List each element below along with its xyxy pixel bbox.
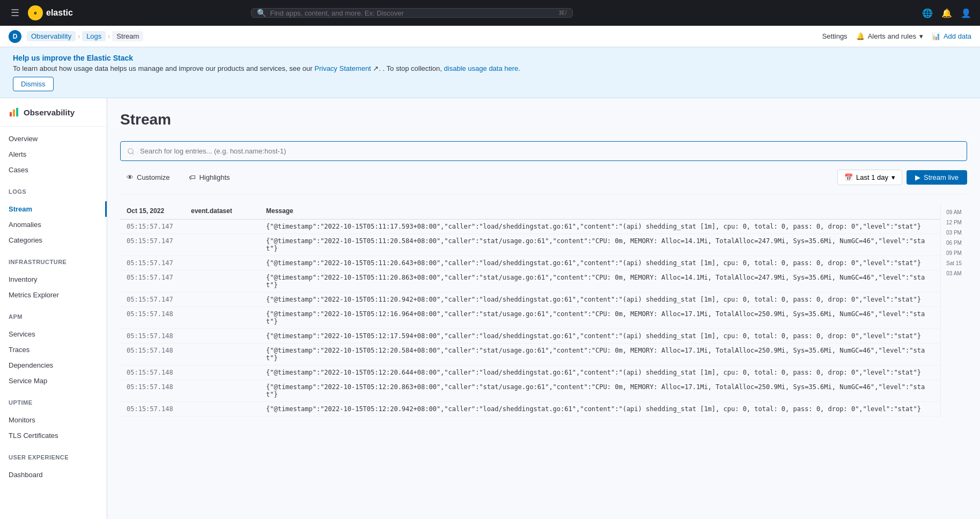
table-row[interactable]: 05:15:57.147 {"@timestamp":"2022-10-15T0…	[120, 271, 940, 293]
sidebar-user-experience-nav: Dashboard	[0, 463, 107, 487]
main-scroll-area: Stream 👁 Customize 🏷 Highlights 📅	[107, 98, 980, 519]
search-icon: 🔍	[257, 9, 266, 17]
table-row[interactable]: 05:15:57.147 {"@timestamp":"2022-10-15T0…	[120, 234, 940, 256]
table-row[interactable]: 05:15:57.147 {"@timestamp":"2022-10-15T0…	[120, 256, 940, 271]
bell-icon-button[interactable]: 🔔	[941, 8, 952, 18]
hamburger-menu-button[interactable]: ☰	[9, 5, 21, 21]
sidebar-section-uptime: Uptime	[0, 393, 107, 408]
global-search-bar[interactable]: 🔍 ⌘/	[251, 8, 573, 18]
eye-icon: 👁	[127, 173, 134, 181]
timeline-sidebar: 09 AM12 PM03 PM06 PM09 PMSat 1503 AM	[940, 203, 967, 416]
timeline-label: 03 AM	[946, 271, 961, 276]
tag-icon: 🏷	[189, 173, 196, 181]
sidebar-item-anomalies[interactable]: Anomalies	[0, 217, 107, 232]
log-toolbar: 👁 Customize 🏷 Highlights 📅 Last 1 day ▾ …	[120, 170, 967, 194]
sidebar-item-tls-certificates[interactable]: TLS Certificates	[0, 428, 107, 443]
settings-link[interactable]: Settings	[822, 32, 848, 40]
log-dataset-cell	[185, 256, 260, 271]
table-row[interactable]: 05:15:57.147 {"@timestamp":"2022-10-15T0…	[120, 220, 940, 234]
banner-title: Help us improve the Elastic Stack	[13, 54, 967, 62]
col-header-time: Oct 15, 2022	[120, 203, 185, 220]
sidebar-brand-name: Observability	[24, 108, 75, 117]
globe-icon-button[interactable]: 🌐	[922, 8, 933, 18]
customize-button[interactable]: 👁 Customize	[120, 170, 176, 185]
log-dataset-cell	[185, 402, 260, 416]
add-data-button[interactable]: 📊 Add data	[932, 32, 971, 40]
log-message-cell: {"@timestamp":"2022-10-15T05:11:20.584+0…	[260, 234, 940, 256]
sidebar-apm-nav: Services Traces Dependencies Service Map	[0, 322, 107, 393]
sidebar-item-cases[interactable]: Cases	[0, 162, 107, 178]
log-message-cell: {"@timestamp":"2022-10-15T05:12:20.942+0…	[260, 402, 940, 416]
sidebar-item-service-map[interactable]: Service Map	[0, 373, 107, 389]
sidebar-section-infrastructure: Infrastructure	[0, 252, 107, 267]
table-row[interactable]: 05:15:57.148 {"@timestamp":"2022-10-15T0…	[120, 380, 940, 402]
sidebar-item-traces[interactable]: Traces	[0, 342, 107, 357]
log-message-cell: {"@timestamp":"2022-10-15T05:11:20.643+0…	[260, 256, 940, 271]
sidebar-section-user-experience: User Experience	[0, 448, 107, 463]
log-time-cell: 05:15:57.148	[120, 380, 185, 402]
user-icon-button[interactable]: 👤	[961, 8, 971, 18]
sidebar-item-dependencies[interactable]: Dependencies	[0, 357, 107, 373]
app-layout: Observability Overview Alerts Cases Logs…	[0, 98, 980, 519]
breadcrumb-link-observability[interactable]: Observability	[27, 31, 76, 41]
breadcrumb-item-stream: Stream	[112, 31, 143, 41]
disable-usage-link[interactable]: disable usage data here	[444, 64, 519, 72]
alerts-rules-button[interactable]: 🔔 Alerts and rules ▾	[856, 32, 923, 40]
sidebar: Observability Overview Alerts Cases Logs…	[0, 98, 107, 519]
table-row[interactable]: 05:15:57.148 {"@timestamp":"2022-10-15T0…	[120, 307, 940, 329]
sidebar-item-inventory[interactable]: Inventory	[0, 272, 107, 287]
sidebar-item-dashboard[interactable]: Dashboard	[0, 467, 107, 483]
calendar-icon: 📅	[844, 173, 853, 181]
log-time-cell: 05:15:57.147	[120, 220, 185, 234]
bell-small-icon: 🔔	[856, 32, 865, 40]
sidebar-item-stream[interactable]: Stream	[0, 201, 107, 217]
dismiss-button[interactable]: Dismiss	[13, 77, 54, 91]
log-dataset-cell	[185, 220, 260, 234]
elastic-logo-text: elastic	[46, 8, 73, 18]
timeline-label: 03 PM	[946, 230, 962, 236]
top-navigation: ☰ e elastic 🔍 ⌘/ 🌐 🔔 👤	[0, 0, 980, 26]
nav-right-icons: 🌐 🔔 👤	[922, 8, 971, 18]
table-row[interactable]: 05:15:57.148 {"@timestamp":"2022-10-15T0…	[120, 402, 940, 416]
log-time-cell: 05:15:57.148	[120, 329, 185, 343]
sidebar-logs-nav: Stream Anomalies Categories	[0, 197, 107, 252]
table-row[interactable]: 05:15:57.147 {"@timestamp":"2022-10-15T0…	[120, 293, 940, 307]
log-message-cell: {"@timestamp":"2022-10-15T05:12:20.584+0…	[260, 343, 940, 366]
log-message-cell: {"@timestamp":"2022-10-15T05:12:20.863+0…	[260, 380, 940, 402]
sidebar-item-services[interactable]: Services	[0, 326, 107, 342]
log-dataset-cell	[185, 234, 260, 256]
breadcrumb-link-logs[interactable]: Logs	[82, 31, 106, 41]
table-row[interactable]: 05:15:57.148 {"@timestamp":"2022-10-15T0…	[120, 329, 940, 343]
svg-rect-3	[13, 109, 15, 116]
log-time-cell: 05:15:57.148	[120, 307, 185, 329]
breadcrumb-actions: Settings 🔔 Alerts and rules ▾ 📊 Add data	[822, 32, 971, 40]
date-picker-button[interactable]: 📅 Last 1 day ▾	[837, 170, 902, 185]
log-table-container: Oct 15, 2022 event.dataset Message 05:15…	[120, 203, 940, 416]
sidebar-section-logs: Logs	[0, 182, 107, 197]
log-search-input[interactable]	[120, 141, 967, 161]
sidebar-item-categories[interactable]: Categories	[0, 232, 107, 248]
add-data-icon: 📊	[932, 32, 940, 40]
table-row[interactable]: 05:15:57.148 {"@timestamp":"2022-10-15T0…	[120, 343, 940, 366]
chevron-down-icon: ▾	[919, 32, 923, 40]
log-search-container	[120, 141, 967, 161]
sidebar-item-metrics-explorer[interactable]: Metrics Explorer	[0, 287, 107, 303]
sidebar-main-nav: Overview Alerts Cases	[0, 127, 107, 182]
log-time-cell: 05:15:57.147	[120, 271, 185, 293]
stream-live-button[interactable]: ▶ Stream live	[907, 170, 967, 185]
content-area: Stream 👁 Customize 🏷 Highlights 📅	[107, 98, 980, 519]
sidebar-item-overview[interactable]: Overview	[0, 131, 107, 147]
privacy-statement-link[interactable]: Privacy Statement	[314, 64, 371, 72]
breadcrumb-bar: D Observability › Logs › Stream Settings…	[0, 26, 980, 47]
highlights-button[interactable]: 🏷 Highlights	[182, 170, 236, 185]
sidebar-item-monitors[interactable]: Monitors	[0, 412, 107, 428]
sidebar-item-alerts[interactable]: Alerts	[0, 147, 107, 162]
col-header-message: Message	[260, 203, 940, 220]
breadcrumb-arrow-1: ›	[78, 33, 80, 40]
sidebar-uptime-nav: Monitors TLS Certificates	[0, 408, 107, 448]
log-message-cell: {"@timestamp":"2022-10-15T05:12:16.964+0…	[260, 307, 940, 329]
search-shortcut: ⌘/	[558, 9, 566, 17]
breadcrumb: Observability › Logs › Stream	[27, 31, 822, 41]
global-search-input[interactable]	[270, 9, 555, 17]
table-row[interactable]: 05:15:57.148 {"@timestamp":"2022-10-15T0…	[120, 366, 940, 380]
